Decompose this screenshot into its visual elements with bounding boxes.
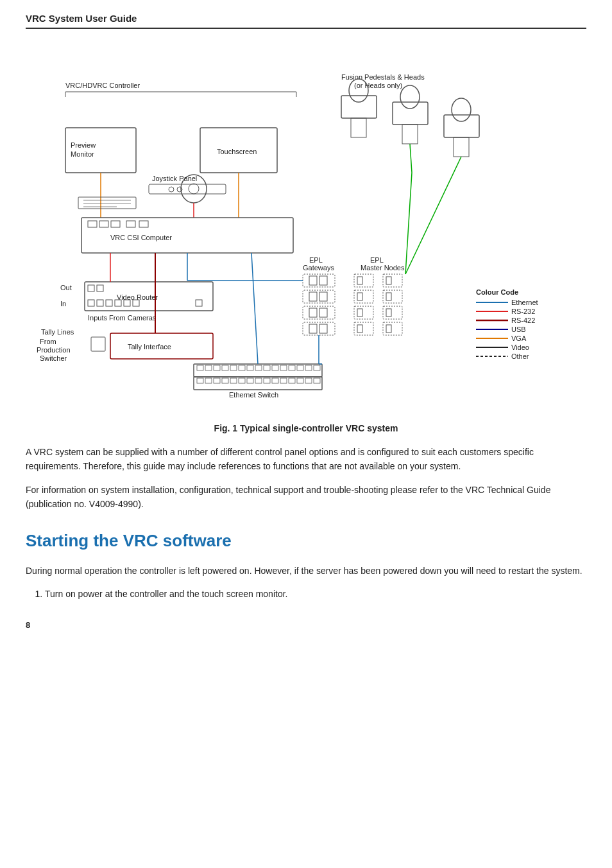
svg-rect-103: [197, 378, 203, 383]
svg-rect-50: [357, 293, 362, 300]
preview-monitor-label2: Monitor: [71, 150, 94, 158]
tally-lines-label: Tally Lines: [41, 328, 74, 336]
page-number: 8: [26, 620, 586, 630]
svg-rect-75: [88, 300, 94, 306]
svg-rect-116: [305, 378, 312, 383]
svg-rect-27: [111, 221, 120, 227]
vrc-csi-label: VRC CSI Computer: [110, 234, 172, 241]
video-legend: Video: [511, 343, 529, 351]
svg-rect-16: [149, 184, 226, 194]
svg-rect-95: [264, 365, 270, 370]
svg-rect-48: [319, 292, 327, 301]
svg-rect-91: [230, 365, 237, 370]
vga-legend: VGA: [511, 334, 527, 342]
svg-rect-74: [97, 285, 103, 291]
rs422-legend: RS-422: [511, 317, 535, 324]
svg-point-17: [169, 187, 174, 192]
svg-rect-38: [454, 137, 469, 157]
rs232-legend: RS-232: [511, 308, 535, 315]
colour-code-label: Colour Code: [476, 288, 518, 296]
svg-rect-40: [309, 276, 317, 285]
controller-label: VRC/HDVRC Controller: [65, 82, 140, 89]
system-diagram: Colour Code Ethernet RS-232 RS-422 USB V…: [27, 44, 585, 417]
svg-point-37: [452, 98, 471, 121]
ethernet-legend: Ethernet: [511, 299, 538, 306]
svg-rect-29: [139, 221, 148, 227]
from-label: From: [40, 338, 56, 345]
svg-rect-101: [314, 365, 320, 370]
epl-master-label: EPL: [370, 256, 384, 264]
svg-rect-112: [272, 378, 278, 383]
svg-rect-30: [341, 96, 377, 118]
svg-line-71: [405, 157, 461, 274]
svg-rect-108: [239, 378, 245, 383]
fusion-label: Fusion Pedestals & Heads: [341, 73, 425, 81]
svg-rect-97: [280, 365, 287, 370]
usb-legend: USB: [511, 326, 526, 333]
svg-rect-59: [386, 309, 391, 317]
svg-rect-62: [319, 324, 327, 333]
preview-monitor-label: Preview: [71, 141, 96, 149]
svg-line-69: [405, 173, 412, 274]
page-header: VRC System User Guide: [26, 13, 586, 29]
svg-rect-52: [386, 293, 391, 300]
svg-rect-54: [309, 308, 317, 317]
svg-rect-104: [205, 378, 212, 383]
svg-rect-46: [303, 290, 335, 303]
section-intro: During normal operation the controller i…: [26, 564, 586, 578]
body-paragraph-2: For information on system installation, …: [26, 483, 586, 512]
steps-list: Turn on power at the controller and the …: [45, 587, 586, 601]
svg-rect-28: [126, 221, 135, 227]
page-header-title: VRC System User Guide: [26, 13, 137, 24]
fig-caption: Fig. 1 Typical single-controller VRC sys…: [26, 423, 586, 433]
diagram-svg: Colour Code Ethernet RS-232 RS-422 USB V…: [27, 44, 585, 417]
svg-rect-32: [351, 118, 366, 137]
svg-point-15: [189, 184, 199, 194]
svg-rect-57: [357, 309, 362, 317]
svg-rect-45: [386, 277, 391, 284]
svg-rect-41: [319, 276, 327, 285]
svg-rect-90: [222, 365, 228, 370]
svg-rect-76: [97, 300, 103, 306]
step-1: Turn on power at the controller and the …: [45, 587, 586, 601]
svg-rect-60: [303, 322, 335, 335]
svg-rect-73: [88, 285, 94, 291]
other-legend: Other: [511, 352, 529, 360]
epl-master-label2: Master Nodes: [361, 264, 405, 272]
svg-point-18: [177, 187, 182, 192]
svg-rect-33: [393, 102, 428, 125]
inputs-label: Inputs From Cameras: [88, 314, 157, 322]
joystick-label: Joystick Panel: [152, 175, 197, 182]
svg-rect-117: [314, 378, 320, 383]
svg-rect-64: [357, 325, 362, 333]
body-paragraph-1: A VRC system can be supplied with a numb…: [26, 445, 586, 474]
out-label: Out: [60, 284, 72, 291]
svg-line-70: [410, 144, 412, 173]
epl-gateways-label: EPL: [309, 256, 323, 264]
svg-rect-47: [309, 292, 317, 301]
svg-rect-100: [305, 365, 312, 370]
svg-rect-115: [297, 378, 303, 383]
svg-rect-77: [106, 300, 112, 306]
svg-rect-105: [214, 378, 220, 383]
svg-rect-114: [289, 378, 295, 383]
svg-rect-107: [230, 378, 237, 383]
svg-rect-35: [402, 125, 418, 144]
switcher-label: Switcher: [40, 354, 67, 362]
svg-rect-55: [319, 308, 327, 317]
svg-rect-113: [280, 378, 287, 383]
svg-rect-92: [239, 365, 245, 370]
svg-rect-83: [91, 337, 105, 351]
svg-rect-81: [196, 300, 202, 306]
svg-rect-89: [214, 365, 220, 370]
touchscreen-label: Touchscreen: [217, 148, 257, 155]
svg-rect-106: [222, 378, 228, 383]
section-title: Starting the VRC software: [26, 531, 586, 551]
svg-rect-94: [255, 365, 262, 370]
svg-rect-88: [205, 365, 212, 370]
svg-rect-98: [289, 365, 295, 370]
svg-rect-66: [386, 325, 391, 333]
svg-rect-111: [264, 378, 270, 383]
tally-interface-label: Tally Interface: [128, 343, 171, 351]
svg-rect-39: [303, 274, 335, 287]
